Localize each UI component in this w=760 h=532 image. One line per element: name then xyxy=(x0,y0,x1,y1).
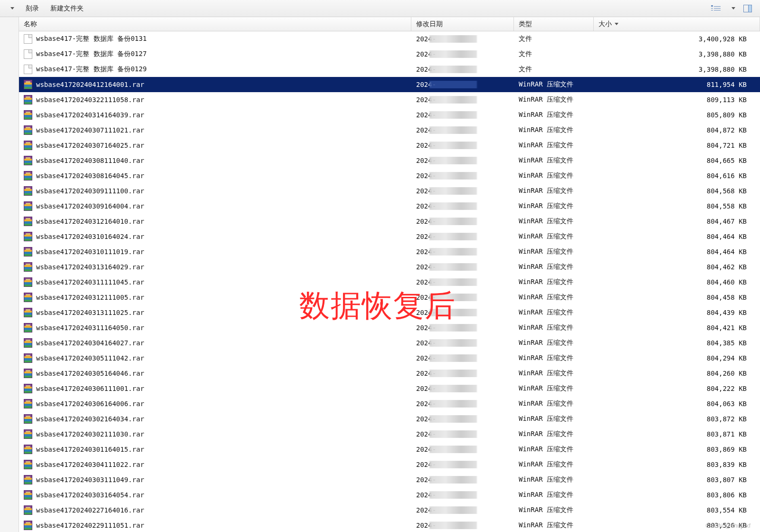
file-name-label: wsbase41720240301164015.rar xyxy=(36,446,144,453)
file-row[interactable]: wsbase41720240304111022.rar2024-WinRAR 压… xyxy=(19,457,760,472)
toolbar-dropdown[interactable] xyxy=(4,5,19,11)
file-size-cell: 809,113 KB xyxy=(594,96,760,104)
file-type-cell: WinRAR 压缩文件 xyxy=(514,460,594,469)
rar-archive-icon xyxy=(24,80,32,89)
redacted-date-icon xyxy=(429,476,477,484)
file-name-label: wsbase41720240305111042.rar xyxy=(36,354,144,362)
file-row[interactable]: wsbase41720240309164004.rar2024-WinRAR 压… xyxy=(19,199,760,214)
file-row[interactable]: wsbase41720240304164027.rar2024-WinRAR 压… xyxy=(19,335,760,351)
file-row[interactable]: wsbase41720240308164045.rar2024-WinRAR 压… xyxy=(19,168,760,183)
file-list-pane: 名称 修改日期 类型 大小 wsbase417-完整 数据库 备份0131202… xyxy=(19,17,760,532)
rar-archive-icon xyxy=(24,141,32,150)
file-row[interactable]: wsbase41720240302164034.rar2024-WinRAR 压… xyxy=(19,411,760,427)
file-name-label: wsbase41720240303111049.rar xyxy=(36,476,144,484)
redacted-date-icon xyxy=(429,278,477,286)
main-area: 名称 修改日期 类型 大小 wsbase417-完整 数据库 备份0131202… xyxy=(0,17,760,532)
redacted-date-icon xyxy=(429,324,477,332)
file-row[interactable]: wsbase41720240322111058.rar2024-WinRAR 压… xyxy=(19,92,760,107)
file-row[interactable]: wsbase417-完整 数据库 备份01292024-文件3,398,880 … xyxy=(19,62,760,77)
file-row[interactable]: wsbase41720240312111005.rar2024-WinRAR 压… xyxy=(19,290,760,305)
file-row[interactable]: wsbase417-完整 数据库 备份01312024-文件3,400,928 … xyxy=(19,31,760,47)
rar-archive-icon xyxy=(24,399,32,408)
file-row[interactable]: wsbase41720240312164010.rar2024-WinRAR 压… xyxy=(19,214,760,229)
file-name-label: wsbase41720240313111025.rar xyxy=(36,309,144,316)
file-row[interactable]: wsbase41720240305164046.rar2024-WinRAR 压… xyxy=(19,366,760,381)
file-type-cell: WinRAR 压缩文件 xyxy=(514,126,594,134)
file-row[interactable]: wsbase41720240302111030.rar2024-WinRAR 压… xyxy=(19,427,760,442)
file-size-cell: 803,869 KB xyxy=(594,446,760,453)
file-row[interactable]: wsbase41720240307164025.rar2024-WinRAR 压… xyxy=(19,138,760,153)
preview-pane-icon[interactable] xyxy=(743,4,752,13)
rar-archive-icon xyxy=(24,414,32,424)
file-date-cell: 2024- xyxy=(411,50,514,58)
file-name-cell: wsbase41720240304164027.rar xyxy=(19,338,411,348)
chevron-down-icon xyxy=(10,7,14,10)
file-row[interactable]: wsbase41720240303164054.rar2024-WinRAR 压… xyxy=(19,487,760,503)
redacted-date-icon xyxy=(429,385,477,392)
file-size-cell: 804,464 KB xyxy=(594,233,760,240)
file-size-cell: 3,398,880 KB xyxy=(594,66,760,73)
redacted-date-icon xyxy=(429,506,477,514)
file-name-label: wsbase41720240307111021.rar xyxy=(36,126,144,134)
file-name-cell: wsbase41720240312111005.rar xyxy=(19,293,411,302)
file-size-cell: 804,568 KB xyxy=(594,187,760,195)
file-row[interactable]: wsbase41720240311164050.rar2024-WinRAR 压… xyxy=(19,320,760,335)
file-row[interactable]: wsbase41720240229111051.rar2024-WinRAR 压… xyxy=(19,518,760,532)
file-row[interactable]: wsbase41720240303111049.rar2024-WinRAR 压… xyxy=(19,472,760,487)
file-date-cell: 2024- xyxy=(411,400,514,408)
file-type-cell: WinRAR 压缩文件 xyxy=(514,80,594,89)
file-row[interactable]: wsbase41720240307111021.rar2024-WinRAR 压… xyxy=(19,123,760,138)
file-size-cell: 803,807 KB xyxy=(594,476,760,484)
file-row[interactable]: wsbase41720240310164024.rar2024-WinRAR 压… xyxy=(19,229,760,244)
file-size-cell: 803,554 KB xyxy=(594,506,760,514)
file-row[interactable]: wsbase41720240227164016.rar2024-WinRAR 压… xyxy=(19,503,760,518)
new-folder-button[interactable]: 新建文件夹 xyxy=(46,2,88,15)
file-name-cell: wsbase41720240308164045.rar xyxy=(19,171,411,180)
file-size-cell: 804,458 KB xyxy=(594,294,760,301)
file-type-cell: WinRAR 压缩文件 xyxy=(514,293,594,302)
column-header-type[interactable]: 类型 xyxy=(514,17,594,31)
file-row[interactable]: wsbase41720240314164039.rar2024-WinRAR 压… xyxy=(19,107,760,123)
file-type-cell: WinRAR 压缩文件 xyxy=(514,415,594,423)
file-row[interactable]: wsbase41720240309111100.rar2024-WinRAR 压… xyxy=(19,183,760,199)
file-name-cell: wsbase41720240308111040.rar xyxy=(19,156,411,165)
file-date-cell: 2024- xyxy=(411,354,514,362)
view-list-icon[interactable] xyxy=(712,4,722,13)
burn-button[interactable]: 刻录 xyxy=(21,2,44,15)
file-row[interactable]: wsbase41720240308111040.rar2024-WinRAR 压… xyxy=(19,153,760,168)
file-name-label: wsbase41720240311111045.rar xyxy=(36,278,144,286)
file-type-cell: WinRAR 压缩文件 xyxy=(514,308,594,317)
file-name-cell: wsbase41720240304111022.rar xyxy=(19,460,411,469)
column-header-size[interactable]: 大小 xyxy=(594,17,760,31)
file-size-cell: 803,839 KB xyxy=(594,461,760,468)
file-row[interactable]: wsbase41720240313164029.rar2024-WinRAR 压… xyxy=(19,259,760,275)
file-name-cell: wsbase41720240412164001.rar xyxy=(19,80,411,89)
file-size-cell: 803,871 KB xyxy=(594,430,760,438)
file-row[interactable]: wsbase41720240306111001.rar2024-WinRAR 压… xyxy=(19,381,760,396)
file-type-cell: 文件 xyxy=(514,65,594,74)
rar-archive-icon xyxy=(24,445,32,454)
file-name-label: wsbase41720240308164045.rar xyxy=(36,172,144,180)
redacted-date-icon xyxy=(429,354,477,362)
file-row[interactable]: wsbase41720240310111019.rar2024-WinRAR 压… xyxy=(19,244,760,259)
redacted-date-icon xyxy=(429,370,477,377)
file-row[interactable]: wsbase41720240311111045.rar2024-WinRAR 压… xyxy=(19,275,760,290)
view-dropdown-icon[interactable] xyxy=(728,4,737,13)
file-type-cell: WinRAR 压缩文件 xyxy=(514,111,594,119)
file-size-cell: 804,665 KB xyxy=(594,157,760,164)
column-header-name[interactable]: 名称 xyxy=(19,17,411,31)
column-header-date[interactable]: 修改日期 xyxy=(411,17,514,31)
file-row[interactable]: wsbase417-完整 数据库 备份01272024-文件3,398,880 … xyxy=(19,47,760,62)
file-name-cell: wsbase41720240313111025.rar xyxy=(19,308,411,317)
file-row[interactable]: wsbase41720240301164015.rar2024-WinRAR 压… xyxy=(19,442,760,457)
file-size-cell: 804,467 KB xyxy=(594,218,760,225)
file-row[interactable]: wsbase41720240313111025.rar2024-WinRAR 压… xyxy=(19,305,760,320)
redacted-date-icon xyxy=(429,339,477,347)
file-date-cell: 2024- xyxy=(411,187,514,195)
file-row[interactable]: wsbase41720240412164001.rar2024-WinRAR 压… xyxy=(19,77,760,92)
file-name-cell: wsbase41720240311111045.rar xyxy=(19,277,411,287)
rar-archive-icon xyxy=(24,201,32,211)
file-row[interactable]: wsbase41720240305111042.rar2024-WinRAR 压… xyxy=(19,351,760,366)
rar-archive-icon xyxy=(24,262,32,272)
file-row[interactable]: wsbase41720240306164006.rar2024-WinRAR 压… xyxy=(19,396,760,411)
